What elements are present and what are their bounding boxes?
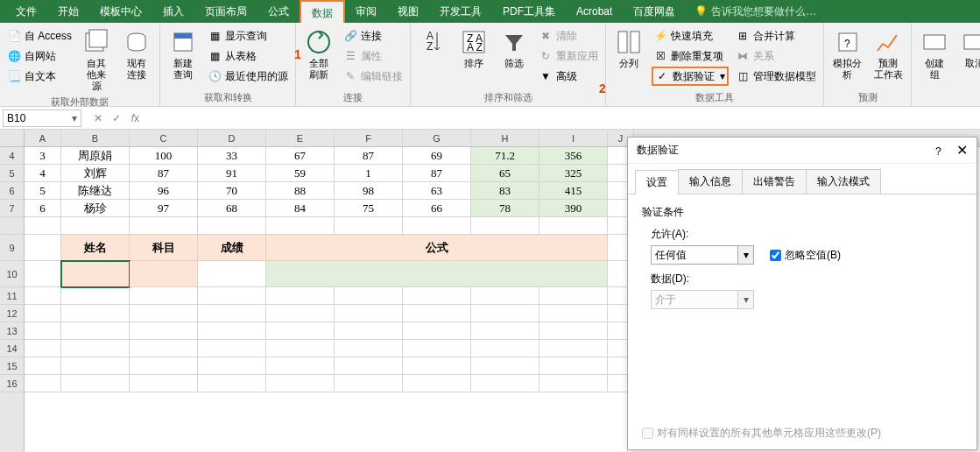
row-header[interactable]: 12 [0,305,24,322]
cell[interactable]: 68 [198,200,266,217]
cell[interactable] [198,322,266,340]
cell[interactable]: 59 [266,165,335,182]
cell[interactable]: 66 [403,200,471,217]
cell[interactable] [61,287,130,305]
formula-input[interactable] [152,109,980,127]
cell[interactable] [335,340,403,357]
cell[interactable] [198,305,266,322]
confirm-icon[interactable]: ✓ [112,112,121,124]
cell[interactable] [61,340,130,357]
help-button[interactable]: ? [935,145,941,158]
tell-me[interactable]: 💡告诉我您想要做什么… [694,4,816,19]
cell[interactable] [335,375,403,392]
row-header[interactable]: 10 [0,261,24,287]
existing-connections[interactable]: 现有连接 [119,26,154,82]
cell[interactable] [471,375,539,392]
cell[interactable]: 390 [539,200,608,217]
tab-formula[interactable]: 公式 [257,0,300,23]
cell[interactable] [539,375,608,392]
cell[interactable]: 87 [130,165,198,182]
ungroup[interactable]: 取消 [957,26,980,71]
cell[interactable]: 75 [335,200,403,217]
cell[interactable]: 78 [471,200,539,217]
row-header[interactable]: 11 [0,287,24,305]
cell[interactable]: 98 [335,182,403,200]
cell[interactable] [403,305,471,322]
cell[interactable] [130,357,198,375]
tab-template[interactable]: 模板中心 [89,0,152,23]
cell-merged[interactable] [266,261,608,287]
data-validation[interactable]: ✓数据验证▾ [652,67,729,86]
cell[interactable]: 姓名 [61,235,130,261]
tab-insert[interactable]: 插入 [152,0,194,23]
cell[interactable] [403,287,471,305]
cell[interactable]: 65 [471,165,539,182]
recent-sources[interactable]: 🕓最近使用的源 [206,67,290,86]
tab-layout[interactable]: 页面布局 [194,0,257,23]
row-header[interactable]: 16 [0,375,24,392]
cell[interactable] [25,305,61,322]
tab-baidu[interactable]: 百度网盘 [623,0,686,23]
cell[interactable]: 4 [25,165,61,182]
cell[interactable] [539,322,608,340]
cell[interactable] [403,217,471,235]
col-header[interactable]: B [61,130,130,146]
cell[interactable]: 杨珍 [61,200,130,217]
col-header[interactable]: C [130,130,198,146]
tab-dev[interactable]: 开发工具 [429,0,492,23]
cell[interactable]: 84 [266,200,335,217]
cell[interactable] [130,287,198,305]
fx-icon[interactable]: fx [131,112,139,124]
ignore-blank-checkbox[interactable]: 忽略空值(B) [770,248,841,263]
flash-fill[interactable]: ⚡快速填充 [652,26,729,46]
cell[interactable] [130,217,198,235]
from-other-sources[interactable]: 自其他来源 [79,26,114,94]
cell[interactable] [403,322,471,340]
row-header[interactable]: 13 [0,322,24,340]
cell-merged[interactable]: 公式 [266,235,608,261]
cell[interactable] [539,340,608,357]
filter[interactable]: 筛选 [497,26,532,71]
cell[interactable] [198,261,266,287]
cell[interactable] [335,287,403,305]
cell[interactable] [403,357,471,375]
cell[interactable] [130,305,198,322]
col-header[interactable]: A [25,130,61,146]
tab-data[interactable]: 数据 [300,0,345,23]
cell[interactable] [198,217,266,235]
what-if[interactable]: ? 模拟分析 [829,26,865,82]
cell[interactable] [25,340,61,357]
cell[interactable]: 100 [130,147,198,165]
cell[interactable]: 70 [198,182,266,200]
sort-az[interactable]: AZ [416,26,451,58]
cell[interactable]: 67 [266,147,335,165]
chevron-down-icon[interactable]: ▾ [738,245,754,265]
row-header[interactable]: 4 [0,147,24,165]
cell[interactable] [25,322,61,340]
cell[interactable]: 1 [335,165,403,182]
manage-data-model[interactable]: ◫管理数据模型 [734,67,818,86]
new-query[interactable]: 新建 查询 [166,26,201,82]
row-header[interactable]: 6 [0,182,24,200]
row-header[interactable]: 9 [0,235,24,261]
cancel-icon[interactable]: ✕ [94,112,102,124]
show-queries[interactable]: ▦显示查询 [206,26,290,46]
cell[interactable] [266,322,335,340]
cell[interactable] [61,217,130,235]
cell[interactable] [61,375,130,392]
cell[interactable]: 5 [25,182,61,200]
cell[interactable] [403,375,471,392]
cell[interactable]: 91 [198,165,266,182]
col-header[interactable]: D [198,130,266,146]
tab-home[interactable]: 开始 [47,0,89,23]
cell[interactable] [539,287,608,305]
tab-view[interactable]: 视图 [387,0,429,23]
cell[interactable]: 87 [335,147,403,165]
row-header[interactable]: 5 [0,165,24,182]
tab-file[interactable]: 文件 [5,0,47,23]
cell[interactable] [539,217,608,235]
cell[interactable] [539,357,608,375]
cell[interactable]: 63 [403,182,471,200]
cell[interactable]: 周原娟 [61,147,130,165]
col-header[interactable]: I [539,130,608,146]
